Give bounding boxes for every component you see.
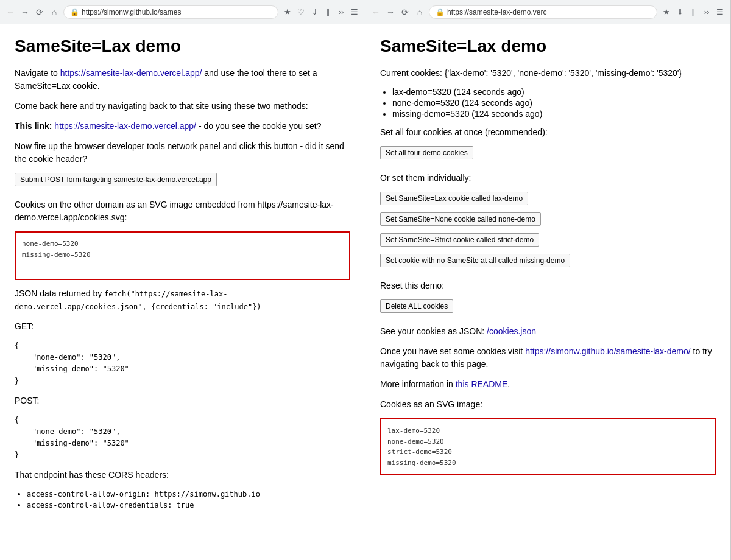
right-toolbar: ← → ⟳ ⌂ 🔒 https://samesite-lax-demo.verc… xyxy=(366,0,730,24)
right-more-icon[interactable]: ›› xyxy=(701,7,712,18)
right-more-info: More information in this README. xyxy=(380,378,716,391)
right-svg-line-1: lax-demo=5320 xyxy=(387,425,708,436)
set-missing-button[interactable]: Set cookie with no SameSite at all calle… xyxy=(380,254,570,267)
right-visit-label: Once you have set some cookies visit xyxy=(380,346,523,356)
right-tabs-icon[interactable]: ∥ xyxy=(688,7,699,18)
right-svg-box: lax-demo=5320 none-demo=5320 strict-demo… xyxy=(380,418,716,475)
download-icon[interactable]: ⇓ xyxy=(309,7,320,18)
right-current-cookies: Current cookies: {'lax-demo': '5320', 'n… xyxy=(380,67,716,80)
right-set-all-label: Set all four cookies at once (recommende… xyxy=(380,126,716,139)
right-browser: ← → ⟳ ⌂ 🔒 https://samesite-lax-demo.verc… xyxy=(366,0,731,560)
back-button[interactable]: ← xyxy=(5,7,16,18)
right-svg-label: Cookies as an SVG image: xyxy=(380,398,716,411)
left-come-back: Come back here and try navigating back t… xyxy=(15,100,350,113)
right-svg-line-3: strict-demo=5320 xyxy=(387,447,708,458)
lock-icon: 🔒 xyxy=(70,8,79,16)
left-post-label: POST: xyxy=(15,394,350,407)
right-json-label: See your cookies as JSON: /cookies.json xyxy=(380,325,716,338)
left-this-link-label: This link: xyxy=(15,121,52,131)
left-browser: ← → ⟳ ⌂ 🔒 https://simonw.github.io/sames… xyxy=(0,0,366,560)
right-page-title: SameSite=Lax demo xyxy=(380,37,716,56)
left-this-link-suffix: - do you see the cookie you set? xyxy=(196,121,321,131)
right-refresh-button[interactable]: ⟳ xyxy=(400,7,411,18)
right-cookie-none: none-demo=5320 (124 seconds ago) xyxy=(392,98,716,108)
more-icon[interactable]: ›› xyxy=(336,7,347,18)
left-get-label: GET: xyxy=(15,320,350,333)
left-cors-item-2: access-control-allow-credentials: true xyxy=(27,500,350,509)
menu-icon[interactable]: ☰ xyxy=(349,7,360,18)
right-address-bar[interactable]: 🔒 https://samesite-lax-demo.verc xyxy=(429,5,657,19)
right-lock-icon: 🔒 xyxy=(436,8,445,16)
right-readme-link[interactable]: this README xyxy=(456,379,508,389)
right-current-cookies-label: Current cookies: xyxy=(380,68,442,78)
right-svg-line-4: missing-demo=5320 xyxy=(387,458,708,469)
left-dev-tools-text: Now fire up the browser developer tools … xyxy=(15,140,350,166)
right-back-button[interactable]: ← xyxy=(370,7,381,18)
left-svg-line-2: missing-demo=5320 xyxy=(22,250,343,261)
left-toolbar-icons: ★ ♡ ⇓ ∥ ›› ☰ xyxy=(282,7,360,18)
right-reset-label: Reset this demo: xyxy=(380,279,716,292)
heart-icon[interactable]: ♡ xyxy=(295,7,306,18)
right-star-icon[interactable]: ★ xyxy=(661,7,672,18)
tabs-icon[interactable]: ∥ xyxy=(322,7,333,18)
set-strict-button[interactable]: Set SameSite=Strict cookie called strict… xyxy=(380,233,539,247)
left-cors-item-1: access-control-allow-origin: https://sim… xyxy=(27,489,350,499)
left-get-json: { "none-demo": "5320", "missing-demo": "… xyxy=(15,340,350,387)
set-none-button[interactable]: Set SameSite=None cookie called none-dem… xyxy=(380,212,541,226)
left-json-intro: JSON data returned by fetch("https://sam… xyxy=(15,287,350,313)
right-page-content: SameSite=Lax demo Current cookies: {'lax… xyxy=(366,24,730,560)
right-more-info-text: More information in xyxy=(380,379,456,389)
left-json-intro-text: JSON data returned by xyxy=(15,289,104,298)
home-button[interactable]: ⌂ xyxy=(49,7,60,18)
left-page-title: SameSite=Lax demo xyxy=(15,37,350,56)
right-json-link[interactable]: /cookies.json xyxy=(487,326,536,336)
left-this-link[interactable]: https://samesite-lax-demo.vercel.app/ xyxy=(54,121,196,131)
left-intro-paragraph: Navigate to https://samesite-lax-demo.ve… xyxy=(15,67,350,93)
left-url: https://simonw.github.io/sames xyxy=(82,8,181,16)
refresh-button[interactable]: ⟳ xyxy=(34,7,45,18)
right-cookies-list: lax-demo=5320 (124 seconds ago) none-dem… xyxy=(380,87,716,119)
right-more-info-suffix: . xyxy=(507,379,510,389)
submit-post-button[interactable]: Submit POST form targeting samesite-lax-… xyxy=(15,173,217,186)
left-cors-label: That endpoint has these CORS headers: xyxy=(15,469,350,481)
left-address-bar[interactable]: 🔒 https://simonw.github.io/sames xyxy=(63,5,278,19)
forward-button[interactable]: → xyxy=(19,7,30,18)
left-page-content: SameSite=Lax demo Navigate to https://sa… xyxy=(0,24,365,560)
left-intro-text: Navigate to xyxy=(15,68,60,78)
left-toolbar: ← → ⟳ ⌂ 🔒 https://simonw.github.io/sames… xyxy=(0,0,365,24)
right-visit-para: Once you have set some cookies visit htt… xyxy=(380,345,716,371)
right-menu-icon[interactable]: ☰ xyxy=(715,7,726,18)
right-or-individually: Or set them individually: xyxy=(380,172,716,184)
right-url: https://samesite-lax-demo.verc xyxy=(447,8,546,16)
left-svg-intro: Cookies on the other domain as an SVG im… xyxy=(15,198,350,224)
right-visit-link[interactable]: https://simonw.github.io/samesite-lax-de… xyxy=(525,346,691,356)
right-home-button[interactable]: ⌂ xyxy=(414,7,425,18)
right-svg-line-2: none-demo=5320 xyxy=(387,436,708,447)
right-toolbar-icons: ★ ⇓ ∥ ›› ☰ xyxy=(661,7,726,18)
right-cookie-lax: lax-demo=5320 (124 seconds ago) xyxy=(392,87,716,97)
right-cookie-missing: missing-demo=5320 (124 seconds ago) xyxy=(392,109,716,119)
left-svg-box: none-demo=5320 missing-demo=5320 xyxy=(15,231,350,280)
left-svg-line-1: none-demo=5320 xyxy=(22,239,343,250)
right-forward-button[interactable]: → xyxy=(385,7,396,18)
right-download-icon[interactable]: ⇓ xyxy=(674,7,685,18)
left-this-link-para: This link: https://samesite-lax-demo.ver… xyxy=(15,120,350,133)
set-lax-button[interactable]: Set SameSite=Lax cookie called lax-demo xyxy=(380,192,528,205)
left-post-json: { "none-demo": "5320", "missing-demo": "… xyxy=(15,415,350,461)
set-all-button[interactable]: Set all four demo cookies xyxy=(380,146,473,159)
left-intro-link[interactable]: https://samesite-lax-demo.vercel.app/ xyxy=(60,68,202,78)
left-cors-list: access-control-allow-origin: https://sim… xyxy=(15,489,350,509)
right-current-cookies-value: {'lax-demo': '5320', 'none-demo': '5320'… xyxy=(445,68,682,78)
delete-all-button[interactable]: Delete ALL cookies xyxy=(380,299,453,313)
star-icon[interactable]: ★ xyxy=(282,7,293,18)
